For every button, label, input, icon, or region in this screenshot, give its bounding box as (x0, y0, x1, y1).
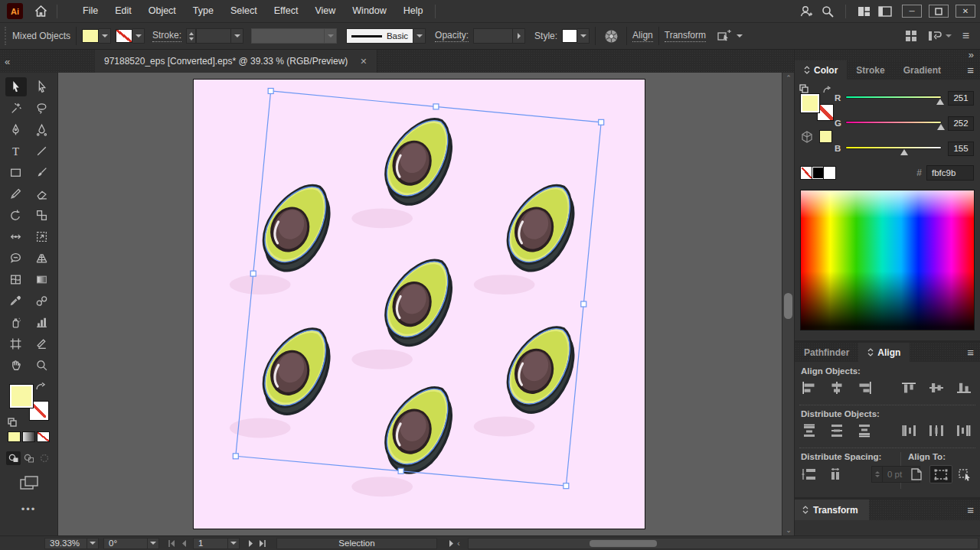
selection-tool[interactable] (5, 77, 27, 96)
tab-stroke[interactable]: Stroke (847, 60, 893, 80)
align-bottom-button[interactable] (952, 379, 975, 397)
menu-effect[interactable]: Effect (266, 0, 307, 22)
collapse-panels-icon[interactable]: » (969, 49, 974, 60)
shaper-tool[interactable] (5, 249, 27, 268)
scroll-down-icon[interactable]: ⌄ (782, 526, 795, 534)
minimize-button[interactable]: ─ (902, 5, 922, 18)
tab-align[interactable]: Align (858, 343, 910, 362)
hand-tool[interactable] (5, 356, 27, 375)
dist-v-center-button[interactable] (825, 421, 848, 440)
menu-edit[interactable]: Edit (106, 0, 140, 22)
next-artboard-button[interactable] (244, 538, 256, 549)
previous-artboard-button[interactable] (178, 538, 190, 549)
G-value-field[interactable]: 252 (948, 116, 974, 131)
maximize-button[interactable] (929, 5, 949, 18)
white-swatch[interactable] (824, 167, 835, 179)
avocado-pattern-artwork[interactable] (194, 80, 645, 529)
column-graph-tool[interactable] (31, 313, 53, 332)
R-slider-thumb[interactable] (936, 99, 944, 105)
account-icon[interactable] (796, 3, 816, 20)
G-slider-thumb[interactable] (937, 124, 945, 130)
vertical-scroll-thumb[interactable] (784, 293, 792, 319)
fill-color-swatch[interactable] (82, 29, 99, 43)
dist-h-center-button[interactable] (925, 421, 948, 440)
menu-file[interactable]: File (74, 0, 106, 22)
in-gamut-swatch[interactable] (819, 130, 832, 143)
align-link[interactable]: Align (632, 30, 653, 42)
color-mode-button[interactable] (8, 431, 21, 442)
artboard-number-chevron[interactable] (228, 538, 240, 549)
brush-definition-dropdown[interactable]: Basic (346, 28, 413, 44)
default-fill-stroke-icon[interactable] (8, 418, 17, 427)
menu-help[interactable]: Help (395, 0, 432, 22)
hex-value-field[interactable]: fbfc9b (926, 165, 974, 181)
tab-menu-icon[interactable]: ≡ (967, 343, 980, 362)
black-swatch[interactable] (812, 167, 824, 179)
document-close-icon[interactable]: ✕ (360, 57, 367, 67)
B-value-field[interactable]: 155 (948, 142, 974, 156)
rotation-field[interactable]: 0° (103, 538, 148, 549)
rectangle-tool[interactable] (5, 163, 27, 182)
zoom-level-chevron[interactable] (87, 538, 99, 549)
gradient-tool[interactable] (31, 270, 53, 289)
close-button[interactable]: ✕ (956, 5, 975, 18)
space-v-button[interactable] (798, 465, 821, 483)
slice-tool[interactable] (31, 334, 53, 353)
align-to-key-button[interactable] (954, 465, 977, 483)
dist-h-left-button[interactable] (897, 421, 920, 440)
dist-v-top-button[interactable] (798, 421, 821, 440)
zoom-tool[interactable] (31, 356, 53, 375)
status-menu-arrow[interactable] (445, 538, 457, 549)
perspective-grid-tool[interactable] (31, 249, 53, 268)
hscroll-left-icon[interactable]: ‹ (457, 539, 462, 548)
symbol-sprayer-tool[interactable] (5, 313, 27, 332)
pencil-tool[interactable] (5, 184, 27, 203)
align-h-center-button[interactable] (825, 379, 848, 397)
tab-gradient[interactable]: Gradient (894, 60, 950, 80)
panel-drag-handle[interactable] (5, 27, 9, 45)
width-tool[interactable] (5, 227, 27, 246)
direct-selection-tool[interactable] (31, 77, 53, 96)
rotate-tool[interactable] (5, 206, 27, 225)
blend-tool[interactable] (31, 291, 53, 311)
rotation-chevron[interactable] (148, 538, 159, 549)
stroke-color-swatch[interactable] (116, 29, 132, 43)
curvature-tool[interactable] (31, 120, 53, 139)
document-tab[interactable]: 97188520_eps [Converted].eps* @ 39.33 % … (95, 50, 377, 73)
panel-fill-swatch[interactable] (800, 93, 820, 113)
tab-pathfinder[interactable]: Pathfinder (795, 343, 858, 362)
collapse-toolbar-icon[interactable]: « (5, 56, 10, 67)
fill-proxy-swatch[interactable] (9, 384, 34, 408)
search-icon[interactable] (818, 3, 838, 20)
menu-object[interactable]: Object (140, 0, 185, 22)
transform-panel-menu-icon[interactable]: ≡ (967, 500, 980, 520)
none-swatch[interactable] (801, 167, 812, 179)
horizontal-scrollbar[interactable] (468, 538, 978, 549)
line-segment-tool[interactable] (31, 142, 53, 161)
menu-window[interactable]: Window (344, 0, 394, 22)
color-spectrum[interactable] (800, 190, 975, 330)
fill-stroke-proxy[interactable] (8, 382, 51, 421)
scale-tool[interactable] (31, 206, 53, 225)
paintbrush-tool[interactable] (31, 163, 53, 182)
free-transform-tool[interactable] (31, 227, 53, 246)
stroke-panel-link[interactable]: Stroke: (152, 30, 181, 42)
gamut-warning[interactable] (801, 130, 832, 143)
isolate-chevron[interactable] (737, 34, 743, 37)
status-indicator[interactable]: Selection (276, 538, 437, 549)
none-mode-button[interactable] (37, 431, 50, 442)
transform-link[interactable]: Transform (665, 30, 706, 42)
home-icon[interactable] (31, 3, 51, 20)
align-to-artboard-button[interactable] (905, 465, 928, 483)
G-slider[interactable] (845, 117, 942, 129)
edit-toolbar-ellipsis[interactable]: ••• (0, 503, 57, 515)
R-value-field[interactable]: 251 (948, 91, 974, 106)
align-top-button[interactable] (897, 379, 920, 397)
gradient-mode-button[interactable] (22, 431, 35, 442)
arrange-documents-icon[interactable] (854, 3, 874, 20)
B-slider-thumb[interactable] (900, 149, 908, 155)
align-to-selection-button[interactable] (929, 465, 952, 483)
lasso-tool[interactable] (31, 99, 53, 118)
stroke-width-stepper[interactable] (186, 28, 196, 44)
dist-h-right-button[interactable] (952, 421, 975, 440)
